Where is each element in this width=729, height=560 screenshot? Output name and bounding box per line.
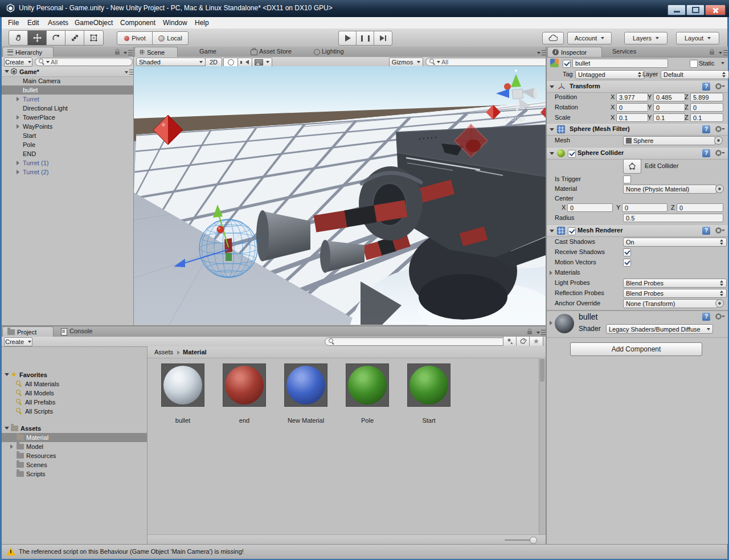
gear-icon[interactable]: [715, 125, 722, 133]
asset-thumbnail[interactable]: [346, 363, 389, 407]
panel-menu-icon[interactable]: [717, 50, 728, 55]
asset-name[interactable]: New Material: [280, 417, 331, 424]
layout-dropdown[interactable]: Layout: [676, 32, 719, 44]
scene-viewport[interactable]: z Persp: [134, 66, 546, 325]
tag-dropdown[interactable]: Untagged: [575, 70, 645, 79]
lock-icon[interactable]: [527, 331, 532, 334]
status-message[interactable]: The referenced script on this Behaviour …: [19, 547, 244, 556]
mesh-renderer-header[interactable]: Mesh Renderer: [547, 224, 728, 237]
minimize-button[interactable]: [667, 5, 686, 15]
layer-dropdown[interactable]: Default: [661, 70, 729, 79]
hierarchy-item[interactable]: Main Camera: [2, 76, 133, 85]
project-folder[interactable]: Scenes: [2, 460, 147, 469]
panel-menu-icon[interactable]: [535, 50, 546, 55]
hierarchy-scene-row[interactable]: Game*: [2, 67, 133, 77]
asset-thumbnail[interactable]: [407, 363, 450, 407]
hierarchy-item-selected[interactable]: bullet: [2, 85, 133, 95]
expand-icon[interactable]: [17, 161, 19, 165]
center-y-field[interactable]: 0: [622, 203, 667, 212]
asset-thumbnail[interactable]: [161, 363, 204, 407]
breadcrumb-current[interactable]: Material: [183, 348, 207, 357]
2d-toggle-button[interactable]: 2D: [205, 58, 222, 67]
menu-component[interactable]: Component: [120, 18, 155, 27]
gear-icon[interactable]: [715, 83, 722, 90]
menu-gameobject[interactable]: GameObject: [75, 18, 113, 27]
tab-console[interactable]: Console: [69, 328, 92, 334]
shader-dropdown[interactable]: Legacy Shaders/Bumped Diffuse: [606, 324, 713, 334]
help-icon[interactable]: [702, 227, 710, 235]
collider-enabled-checkbox[interactable]: [568, 150, 576, 158]
is-trigger-checkbox[interactable]: [623, 175, 631, 183]
move-tool-button[interactable]: [27, 30, 47, 46]
tab-services[interactable]: Services: [612, 48, 636, 55]
hierarchy-create-button[interactable]: Create: [4, 58, 32, 67]
expand-icon[interactable]: [17, 124, 19, 129]
hierarchy-item[interactable]: Directional Light: [2, 104, 133, 113]
help-icon[interactable]: [702, 149, 710, 157]
search-by-label-button[interactable]: [516, 337, 530, 346]
scale-y-field[interactable]: 0.1: [653, 113, 685, 122]
project-folder[interactable]: Resources: [2, 451, 147, 460]
favorites-label[interactable]: Favorites: [19, 370, 47, 379]
tab-lighting[interactable]: Lighting: [322, 48, 344, 55]
transform-header[interactable]: Transform: [547, 80, 728, 93]
add-component-button[interactable]: Add Component: [570, 342, 702, 356]
tab-inspector[interactable]: i Inspector: [547, 47, 602, 57]
favorites-item[interactable]: All Models: [2, 389, 147, 398]
asset-name[interactable]: bullet: [157, 417, 208, 424]
play-button[interactable]: [338, 31, 357, 46]
menu-file[interactable]: File: [8, 18, 19, 27]
materials-foldout-icon[interactable]: [550, 271, 552, 275]
hierarchy-item[interactable]: TowerPlace: [2, 113, 133, 122]
motion-vectors-checkbox[interactable]: [623, 259, 631, 267]
help-icon[interactable]: [702, 125, 710, 133]
hierarchy-item[interactable]: Pole: [2, 140, 133, 149]
anchor-override-field[interactable]: None (Transform): [623, 299, 718, 308]
project-search-input[interactable]: [325, 337, 507, 346]
object-name-field[interactable]: bullet: [572, 59, 668, 68]
asset-name[interactable]: Start: [403, 417, 454, 424]
size-slider-knob[interactable]: [530, 537, 537, 544]
static-dropdown-icon[interactable]: [721, 62, 724, 64]
panel-menu-icon[interactable]: [535, 330, 546, 335]
favorites-item[interactable]: All Scripts: [2, 407, 147, 416]
asset-thumbnail[interactable]: [223, 363, 266, 407]
lock-icon[interactable]: [710, 51, 714, 55]
scale-z-field[interactable]: 0.1: [690, 113, 723, 122]
asset-thumbnail[interactable]: [284, 363, 327, 407]
pause-button[interactable]: [356, 31, 375, 46]
favorites-item[interactable]: All Materials: [2, 379, 147, 389]
foldout-icon[interactable]: [5, 70, 9, 73]
radius-field[interactable]: 0.5: [623, 214, 723, 222]
expand-icon[interactable]: [10, 444, 13, 449]
scene-search-input[interactable]: All: [425, 58, 550, 66]
assets-label[interactable]: Assets: [21, 424, 41, 433]
position-y-field[interactable]: 0.485: [653, 93, 685, 101]
hierarchy-item[interactable]: WayPoints: [2, 122, 133, 131]
object-picker-icon[interactable]: [715, 185, 724, 193]
menu-assets[interactable]: Assets: [48, 18, 68, 27]
hierarchy-item[interactable]: Start: [2, 131, 133, 140]
breadcrumb-root[interactable]: Assets: [154, 348, 173, 357]
step-button[interactable]: [374, 31, 392, 46]
rotation-z-field[interactable]: 0: [690, 103, 723, 112]
hierarchy-item[interactable]: Turret (1): [2, 158, 133, 167]
menu-help[interactable]: Help: [195, 18, 209, 27]
gizmos-dropdown[interactable]: Gizmos: [389, 58, 423, 67]
cloud-button[interactable]: [542, 32, 564, 44]
draw-mode-dropdown[interactable]: Shaded: [136, 58, 206, 66]
menu-edit[interactable]: Edit: [27, 18, 39, 27]
rect-tool-button[interactable]: [84, 30, 104, 46]
active-checkbox[interactable]: [563, 60, 571, 68]
hierarchy-item[interactable]: Turret (2): [2, 167, 133, 177]
project-folder[interactable]: Model: [2, 442, 147, 451]
favorite-search-button[interactable]: ★: [529, 337, 543, 346]
expand-icon[interactable]: [17, 115, 19, 120]
scale-x-field[interactable]: 0.1: [616, 113, 648, 122]
sphere-collider-header[interactable]: Sphere Collider: [547, 147, 728, 160]
tab-scene[interactable]: Scene: [134, 47, 178, 57]
hierarchy-search-input[interactable]: All: [35, 58, 133, 66]
expand-icon[interactable]: [17, 97, 19, 101]
audio-toggle-button[interactable]: [237, 58, 252, 67]
help-icon[interactable]: [702, 313, 710, 321]
